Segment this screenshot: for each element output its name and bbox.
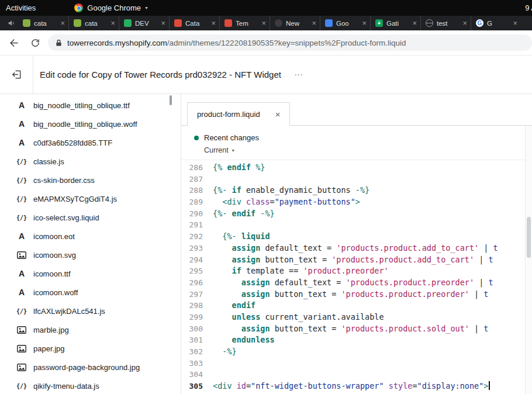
tab-close-icon[interactable]: × — [312, 19, 316, 27]
tab-close-icon[interactable]: × — [412, 19, 417, 27]
reload-button[interactable] — [28, 36, 42, 50]
active-app-indicator[interactable]: Google Chrome ▼ — [74, 4, 148, 12]
browser-tab[interactable]: cata× — [18, 16, 68, 30]
file-item[interactable]: Aicomoon.woff — [0, 283, 181, 302]
tab-title: cata — [34, 20, 57, 27]
tab-close-icon[interactable]: × — [513, 19, 517, 27]
line-number: 287 — [181, 174, 203, 185]
exit-column — [0, 56, 33, 94]
editor-scrollbar-thumb[interactable] — [527, 217, 531, 258]
recent-changes-label: Recent changes — [204, 133, 259, 142]
file-item[interactable]: Aicomoon.ttf — [0, 264, 181, 283]
file-name: icomoon.woff — [33, 288, 78, 297]
browser-tab[interactable]: Tem× — [219, 16, 270, 30]
tab-close-icon[interactable]: × — [60, 19, 65, 27]
exit-icon[interactable] — [11, 69, 22, 80]
code-row[interactable]: 304 — [181, 369, 532, 381]
file-item[interactable]: marble.jpg — [0, 320, 181, 339]
file-item[interactable]: password-page-background.jpg — [0, 358, 181, 376]
shopify-green-favicon — [23, 19, 30, 27]
code-row[interactable]: 289 <div class="payment-buttons"> — [181, 196, 532, 208]
tab-close-icon[interactable]: × — [261, 19, 266, 27]
code-row[interactable]: 298 endif — [181, 300, 532, 312]
sidebar-scrollbar[interactable] — [170, 95, 172, 105]
code-line: assign button_text = 'products.product.p… — [203, 289, 488, 300]
browser-tab[interactable]: New× — [270, 16, 320, 30]
tab-title: New — [286, 20, 308, 27]
globe-favicon — [426, 19, 433, 27]
code-line: assign button_text = 'products.product.a… — [203, 254, 493, 266]
file-item[interactable]: icomoon.svg — [0, 246, 181, 264]
tab-close-icon[interactable]: × — [462, 19, 467, 27]
activities-button[interactable]: Activities — [6, 4, 36, 12]
browser-tab[interactable]: Cata× — [169, 16, 219, 30]
file-item[interactable]: {/}qikify-tmenu-data.js — [0, 376, 181, 394]
code-row[interactable]: 295 if template == 'product.preorder' — [181, 265, 532, 277]
code-row[interactable]: 297 assign button_text = 'products.produ… — [181, 289, 532, 300]
font-file-icon: A — [16, 231, 27, 241]
file-item[interactable]: {/}ico-select.svg.liquid — [0, 208, 181, 227]
code-row[interactable]: 294 assign button_text = 'products.produ… — [181, 254, 532, 266]
tab-close-icon[interactable]: × — [161, 19, 165, 27]
close-tab-icon[interactable]: × — [275, 110, 281, 119]
app-menu-caret-icon: ▼ — [144, 6, 148, 10]
tab-close-icon[interactable]: × — [211, 19, 216, 27]
file-tab[interactable]: product-form.liquid × — [187, 102, 290, 126]
line-number: 290 — [181, 208, 203, 220]
code-row[interactable]: 300 assign button_text = 'products.produ… — [181, 323, 532, 335]
code-row[interactable]: 286{% endif %} — [181, 162, 532, 174]
code-row[interactable]: 302 -%} — [181, 346, 532, 358]
code-row[interactable]: 291 — [181, 219, 532, 231]
tab-title: Gati — [386, 20, 409, 27]
code-file-icon: {/} — [16, 196, 27, 202]
tab-audio-icon[interactable] — [8, 19, 15, 27]
file-item[interactable]: Abig_noodle_titling_oblique.ttf — [0, 96, 181, 115]
browser-tab[interactable]: GG× — [471, 16, 521, 30]
file-item[interactable]: Aicomoon.eot — [0, 227, 181, 246]
editor-scrollbar[interactable] — [525, 126, 532, 394]
browser-tab[interactable]: test× — [420, 16, 471, 30]
file-item[interactable]: {/}cs-skin-border.css — [0, 171, 181, 189]
overflow-menu-icon[interactable]: ⋯ — [294, 70, 304, 80]
back-button[interactable] — [7, 36, 21, 50]
file-name: eMAPMXSyTCgGdiT4.js — [33, 195, 117, 203]
file-item[interactable]: paper.jpg — [0, 339, 181, 358]
version-dropdown[interactable]: Current ▾ — [194, 146, 532, 154]
font-file-icon: A — [16, 138, 27, 147]
browser-tab[interactable]: Goo× — [320, 16, 370, 30]
tab-close-icon[interactable]: × — [110, 19, 115, 27]
browser-tab[interactable]: cata× — [68, 16, 119, 30]
code-line: {%- if enable_dynamic_buttons -%} — [203, 185, 369, 196]
line-number: 303 — [181, 358, 203, 369]
line-number: 292 — [181, 231, 203, 243]
browser-tab[interactable]: DEV× — [119, 16, 169, 30]
code-row[interactable]: 287 — [181, 174, 532, 185]
shopify-green-favicon — [74, 19, 81, 27]
code-row[interactable]: 303 — [181, 358, 532, 369]
browser-tab[interactable]: +Gati× — [370, 16, 420, 30]
red-square-favicon — [174, 19, 182, 27]
file-name: cs-skin-border.css — [33, 176, 95, 185]
code-row[interactable]: 305<div id="nft-widget-buttons-wrapper" … — [181, 381, 532, 392]
green-square-favicon — [124, 19, 132, 27]
tab-title: G — [487, 20, 509, 27]
file-item[interactable]: Ac0df3a6b528fdd85.TTF — [0, 133, 181, 152]
file-item[interactable]: {/}eMAPMXSyTCgGdiT4.js — [0, 189, 181, 208]
code-row[interactable]: 290{%- endif -%} — [181, 208, 532, 220]
code-row[interactable]: 299 unless current_variant.available — [181, 312, 532, 323]
file-item[interactable]: Abig_noodle_titling_oblique.woff — [0, 115, 181, 133]
code-row[interactable]: 296 assign default_text = 'products.prod… — [181, 277, 532, 289]
text-cursor — [489, 381, 490, 390]
tab-close-icon[interactable]: × — [362, 19, 367, 27]
line-number: 299 — [181, 312, 203, 323]
lock-icon[interactable] — [56, 39, 62, 47]
code-row[interactable]: 288{%- if enable_dynamic_buttons -%} — [181, 185, 532, 196]
file-item[interactable]: {/}classie.js — [0, 152, 181, 171]
code-row[interactable]: 292 {%- liquid — [181, 231, 532, 243]
file-name: qikify-tmenu-data.js — [33, 382, 99, 390]
code-row[interactable]: 301 endunless — [181, 334, 532, 346]
file-item[interactable]: {/}lfcAXLwjkDALc541.js — [0, 302, 181, 320]
code-area[interactable]: 286{% endif %}287288{%- if enable_dynami… — [181, 160, 532, 394]
code-row[interactable]: 293 assign default_text = 'products.prod… — [181, 243, 532, 254]
omnibox[interactable]: towerrecords.myshopify.com/admin/themes/… — [48, 34, 532, 51]
